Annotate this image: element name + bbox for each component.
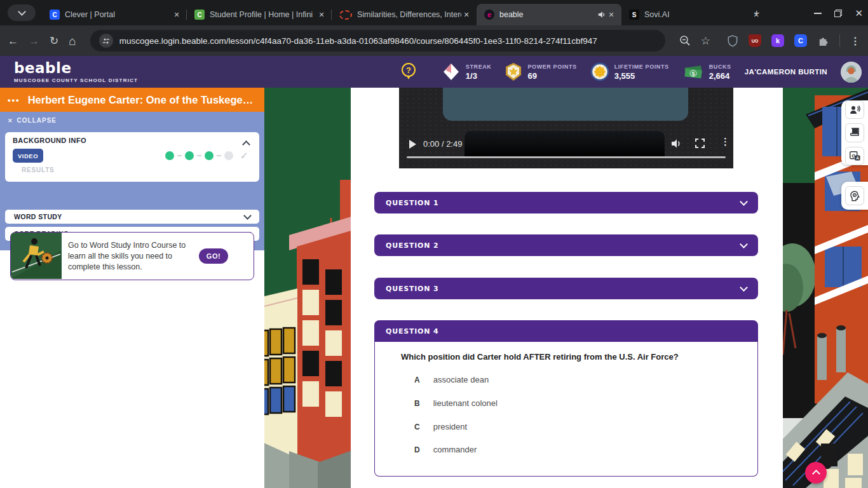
tab-audio-icon[interactable]: [597, 10, 606, 19]
question-4-bar[interactable]: QUESTION 4: [374, 320, 758, 342]
adblock-shield-icon[interactable]: [727, 35, 738, 47]
go-button[interactable]: GO!: [199, 248, 228, 264]
restore-button[interactable]: [834, 10, 842, 17]
browser-menu-button[interactable]: ⋮: [850, 35, 860, 47]
progress-dot-todo: [224, 151, 233, 160]
kami-extension-icon[interactable]: k: [771, 34, 784, 47]
beable-brand: beable MUSCOGEE COUNTY SCHOOL DISTRICT: [14, 60, 138, 83]
lesson-page: 0:00 / 2:49 ⋮ QUESTION 1 QU: [0, 88, 868, 488]
home-button[interactable]: ⌂: [69, 35, 76, 47]
results-label: RESULTS: [22, 166, 55, 173]
video-progress-line[interactable]: [407, 156, 726, 158]
browser-tab-strip: C Clever | Portal ✕ C Student Profile | …: [0, 0, 868, 25]
choice-letter: C: [414, 423, 420, 431]
tab-beable[interactable]: e beable ✕: [477, 4, 621, 25]
help-button[interactable]: ?: [400, 62, 417, 81]
scroll-top-button[interactable]: [805, 462, 827, 484]
reload-button[interactable]: ↻: [50, 36, 58, 46]
district-name: MUSCOGEE COUNTY SCHOOL DISTRICT: [14, 78, 138, 83]
chevron-down-icon: [740, 283, 748, 292]
svg-text:?: ?: [406, 65, 411, 75]
tab-close-button[interactable]: ✕: [461, 10, 471, 20]
close-window-button[interactable]: ✕: [855, 8, 863, 19]
tab-search-button[interactable]: [8, 4, 36, 21]
site-info-button[interactable]: [99, 34, 113, 48]
video-tab-button[interactable]: VIDEO: [13, 149, 43, 163]
progress-dot-done: [185, 151, 194, 160]
window-controls: ✕: [814, 8, 863, 19]
stat-label: BUCKS: [709, 64, 731, 70]
clever-extension-icon[interactable]: C: [794, 34, 807, 47]
accessibility-toolbar: G A: [841, 100, 868, 165]
url-text[interactable]: muscogee.login.beable.com/lesson/c4f4aa7…: [119, 36, 597, 46]
question-label: QUESTION 4: [386, 327, 747, 336]
question-3-bar[interactable]: QUESTION 3: [374, 278, 758, 299]
seek-bar[interactable]: [465, 131, 665, 158]
browser-toolbar: ← → ↻ ⌂ muscogee.login.beable.com/lesson…: [0, 25, 868, 56]
extensions-puzzle-icon[interactable]: [817, 35, 829, 47]
lifetime-points-stat: LIFETIME POINTS 3,555: [590, 62, 669, 81]
tab-similarities[interactable]: Similarities, Differences, Intere ✕: [332, 4, 477, 25]
chevron-up-icon[interactable]: [242, 140, 250, 149]
choice-text[interactable]: commander: [433, 445, 477, 454]
choice-c[interactable]: C president: [414, 422, 467, 431]
bucks-stat: $ BUCKS 2,664: [682, 63, 731, 81]
word-study-label: WORD STUDY: [14, 213, 245, 220]
book-icon: [850, 128, 860, 137]
question-label: QUESTION 1: [386, 199, 741, 207]
tab-infinite-campus[interactable]: C Student Profile | Home | Infini ✕: [187, 4, 332, 25]
minimize-button[interactable]: [814, 13, 822, 14]
zoom-indicator-icon[interactable]: [679, 35, 691, 46]
lesson-sidebar: ••• Herbert Eugene Carter: One of the Tu…: [0, 88, 264, 488]
question-2-bar[interactable]: QUESTION 2: [374, 234, 758, 256]
forward-button[interactable]: →: [29, 36, 39, 46]
tab-close-button[interactable]: ✕: [606, 10, 616, 20]
play-button[interactable]: [409, 140, 416, 149]
avatar[interactable]: [841, 62, 862, 83]
new-tab-button[interactable]: +: [754, 8, 759, 19]
video-player[interactable]: 0:00 / 2:49 ⋮: [399, 88, 733, 168]
bookmark-star-icon[interactable]: ☆: [701, 34, 710, 48]
choice-b[interactable]: B lieutenant colonel: [414, 398, 498, 408]
video-frame-graphic: [443, 88, 688, 121]
svg-text:$: $: [691, 71, 695, 77]
choice-text[interactable]: president: [433, 422, 467, 431]
video-menu-button[interactable]: ⋮: [721, 136, 730, 147]
thinking-coach-button[interactable]: [845, 186, 864, 205]
back-button[interactable]: ←: [8, 36, 18, 46]
infinite-campus-favicon: C: [194, 10, 205, 20]
question-1-bar[interactable]: QUESTION 1: [374, 192, 758, 214]
chevron-down-icon: [740, 198, 748, 206]
tab-sovi[interactable]: S Sovi.AI ✕: [621, 4, 766, 25]
tab-title: Sovi.AI: [644, 10, 751, 19]
lesson-menu-button[interactable]: •••: [8, 95, 20, 105]
choice-text[interactable]: associate dean: [433, 375, 489, 384]
background-info-card: BACKGROUND INFO VIDEO ✓ RESULTS: [5, 132, 259, 182]
choice-text[interactable]: lieutenant colonel: [433, 398, 498, 408]
choice-a[interactable]: A associate dean: [414, 375, 489, 384]
beable-logo: beable: [14, 60, 138, 76]
read-aloud-button[interactable]: [845, 100, 864, 119]
translate-button[interactable]: G A: [845, 147, 864, 165]
lesson-title-bar: ••• Herbert Eugene Carter: One of the Tu…: [0, 88, 264, 112]
tab-title: Similarities, Differences, Intere: [357, 10, 461, 19]
collapse-button[interactable]: ✕ COLLAPSE: [8, 117, 57, 124]
progress-dash: [177, 155, 182, 156]
tab-close-button[interactable]: ✕: [172, 10, 182, 20]
streak-stat: STREAK 1/3: [442, 62, 492, 81]
dictionary-button[interactable]: [845, 123, 864, 142]
word-study-section[interactable]: WORD STUDY: [5, 210, 259, 224]
volume-button[interactable]: [671, 139, 682, 149]
tab-clever[interactable]: C Clever | Portal ✕: [42, 4, 187, 25]
choice-d[interactable]: D commander: [414, 445, 477, 454]
beable-header: beable MUSCOGEE COUNTY SCHOOL DISTRICT ?…: [0, 56, 868, 88]
tab-close-button[interactable]: ✕: [316, 10, 327, 20]
chevron-down-icon: [740, 240, 748, 248]
progress-dots: ✓: [165, 150, 248, 161]
ublock-extension-icon[interactable]: UO: [749, 34, 761, 47]
question-4-prompt: Which position did Carter hold AFTER ret…: [401, 352, 679, 362]
head-gear-icon: [850, 191, 860, 201]
thinking-toolbar: [841, 182, 868, 210]
address-bar[interactable]: muscogee.login.beable.com/lesson/c4f4aa7…: [90, 30, 665, 51]
fullscreen-button[interactable]: [695, 139, 705, 148]
